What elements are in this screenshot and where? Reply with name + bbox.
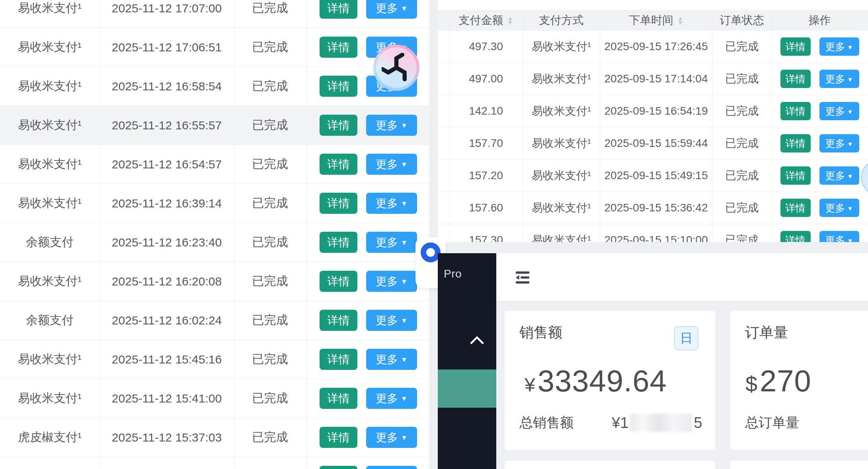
more-button[interactable]: 更多▼	[366, 193, 417, 214]
table-row: 易收米支付¹2025-11-12 16:58:54已完成详情更多▼	[0, 67, 429, 106]
chevron-up-icon[interactable]	[470, 336, 484, 350]
more-button[interactable]: 更多▼	[366, 0, 417, 19]
more-button[interactable]: 更多▼	[366, 310, 417, 331]
detail-button[interactable]: 详情	[780, 102, 811, 120]
more-button[interactable]: 更多▼	[819, 231, 859, 242]
detail-button[interactable]: 详情	[320, 466, 357, 469]
table-row: 157.30易收米支付¹2025-09-15 15:10:00已完成详情更多▼	[438, 224, 868, 242]
table-row: 易收米支付¹2025-11-12 16:55:57已完成详情更多▼	[0, 106, 429, 145]
detail-button[interactable]: 详情	[320, 349, 357, 370]
column-header: 支付金额▲▼	[449, 13, 523, 28]
more-button[interactable]: 更多▼	[366, 427, 417, 448]
right-order-table-panel: 支付金额▲▼支付方式下单时间▲▼订单状态操作 497.30易收米支付¹2025-…	[438, 0, 868, 242]
more-button[interactable]: 更多▼	[366, 466, 417, 469]
order-status-cell: 已完成	[712, 168, 771, 183]
right-table-header-row: 支付金额▲▼支付方式下单时间▲▼订单状态操作	[438, 10, 868, 31]
more-button[interactable]: 更多▼	[366, 271, 417, 292]
sort-desc-icon: ▼	[507, 20, 513, 25]
actions-cell: 详情更多▼	[771, 166, 868, 185]
floating-logo-badge[interactable]	[373, 45, 419, 91]
payment-method-cell: 易收米支付¹	[0, 195, 99, 211]
detail-button[interactable]: 详情	[320, 37, 357, 58]
more-button[interactable]: 更多▼	[366, 115, 417, 136]
column-divider	[600, 10, 600, 242]
table-row: 余额支付2025-11-12 16:23:40已完成详情更多▼	[0, 223, 429, 262]
detail-button[interactable]: 详情	[320, 76, 357, 97]
payment-method-cell: 易收米支付¹	[0, 39, 99, 55]
order-status-cell: 已完成	[234, 234, 306, 250]
detail-button[interactable]: 详情	[780, 166, 811, 185]
detail-button[interactable]: 详情	[780, 134, 811, 152]
more-button[interactable]: 更多▼	[366, 349, 417, 370]
actions-cell: 详情更多▼	[306, 271, 429, 292]
order-time-cell: 2025-11-12 16:23:40	[99, 236, 234, 249]
detail-button[interactable]: 详情	[780, 231, 811, 242]
caret-down-icon: ▼	[847, 108, 853, 115]
sidebar-active-menu-item[interactable]	[438, 369, 496, 408]
more-button[interactable]: 更多▼	[366, 388, 417, 409]
detail-button[interactable]: 详情	[320, 232, 357, 253]
caret-down-icon: ▼	[401, 5, 408, 13]
sales-total-value: ¥1 5	[612, 414, 702, 432]
more-button[interactable]: 更多▼	[819, 166, 859, 185]
order-status-cell: 已完成	[234, 117, 306, 133]
order-status-cell: 已完成	[712, 104, 771, 119]
detail-button[interactable]: 详情	[780, 37, 811, 56]
order-time-cell: 2025-09-15 17:26:45	[600, 40, 712, 53]
order-status-cell: 已完成	[234, 351, 306, 367]
detail-button[interactable]: 详情	[780, 199, 811, 217]
dashboard-header	[438, 253, 868, 301]
table-row: 157.60易收米支付¹2025-09-15 15:36:42已完成详情更多▼	[438, 192, 868, 224]
more-button[interactable]: 更多▼	[819, 102, 859, 120]
more-button[interactable]: 更多▼	[819, 37, 859, 56]
payment-method-cell: 易收米支付¹	[0, 351, 99, 367]
more-button[interactable]: 更多▼	[819, 134, 859, 152]
order-status-cell: 已完成	[234, 195, 306, 211]
more-button[interactable]: 更多▼	[366, 232, 417, 253]
detail-button[interactable]: 详情	[320, 0, 357, 19]
table-row: 易收米支付¹2025-11-12 16:54:57已完成详情更多▼	[0, 145, 429, 184]
collapse-sidebar-icon[interactable]	[514, 270, 531, 285]
table-row: 易收米支付¹2025-11-12 17:06:51已完成详情更多▼	[0, 28, 429, 67]
sort-icon[interactable]: ▲▼	[677, 16, 683, 25]
order-status-cell: 已完成	[234, 390, 306, 406]
caret-down-icon: ▼	[847, 205, 853, 212]
more-button[interactable]: 更多▼	[819, 70, 859, 88]
table-row: 易收米支付¹2025-11-12 16:39:14已完成详情更多▼	[0, 184, 429, 223]
sort-icon[interactable]: ▲▼	[507, 16, 513, 25]
pay-amount-cell: 157.70	[449, 137, 523, 150]
brand-logo: Pro	[444, 268, 462, 280]
column-header-label: 操作	[809, 13, 831, 28]
order-status-cell: 已完成	[234, 429, 306, 446]
detail-button[interactable]: 详情	[320, 193, 357, 214]
detail-button[interactable]: 详情	[320, 310, 357, 331]
actions-cell: 详情更多▼	[306, 388, 429, 409]
order-status-cell: 已完成	[712, 71, 771, 86]
sales-card: 销售额 日 ¥ 33349.64 总销售额 ¥1 5	[505, 311, 715, 450]
pay-amount-cell: 142.10	[449, 105, 523, 117]
detail-button[interactable]: 详情	[320, 154, 357, 175]
order-status-cell: 已完成	[712, 200, 771, 215]
detail-button[interactable]: 详情	[780, 70, 811, 88]
payment-method-cell: 易收米支付¹	[0, 390, 99, 406]
table-row: 易收米支付¹2025-11-12 17:07:00已完成详情更多▼	[0, 0, 429, 28]
pay-amount-cell: 157.30	[449, 234, 523, 242]
more-button[interactable]: 更多▼	[819, 199, 859, 217]
detail-button[interactable]: 详情	[320, 388, 357, 409]
column-divider	[99, 0, 100, 469]
detail-button[interactable]: 详情	[320, 271, 357, 292]
column-header: 下单时间▲▼	[600, 13, 712, 28]
table-row: 详情更多▼	[0, 457, 429, 469]
actions-cell: 详情更多▼	[306, 232, 429, 253]
payment-method-cell: 易收米支付¹	[0, 117, 99, 133]
detail-button[interactable]: 详情	[320, 115, 357, 136]
period-day-button[interactable]: 日	[674, 326, 698, 350]
payment-method-cell: 易收米支付¹	[523, 71, 600, 86]
column-divider	[771, 10, 772, 242]
caret-down-icon: ▼	[401, 239, 408, 247]
table-row: 易收米支付¹2025-11-12 15:45:16已完成详情更多▼	[0, 340, 429, 379]
sales-total-label: 总销售额	[519, 414, 573, 432]
pay-amount-cell: 497.00	[449, 72, 523, 85]
detail-button[interactable]: 详情	[320, 427, 357, 448]
more-button[interactable]: 更多▼	[366, 154, 417, 175]
